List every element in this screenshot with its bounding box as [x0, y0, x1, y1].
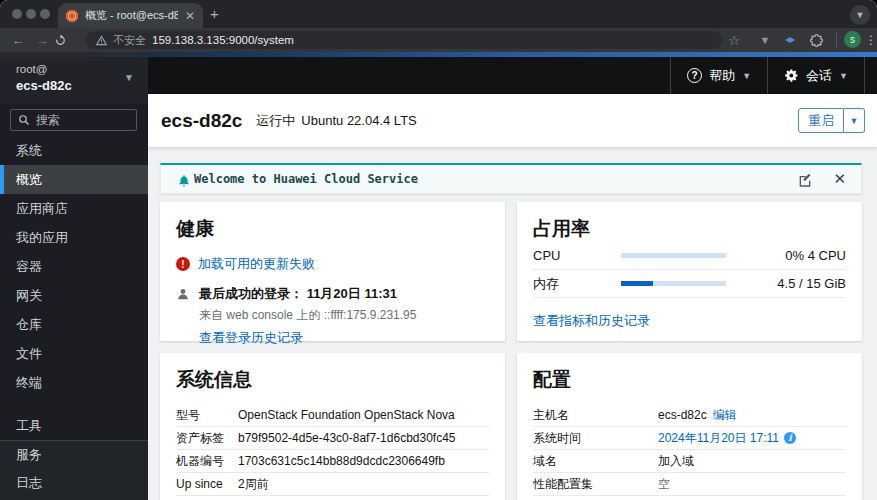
sidebar-item-terminal[interactable]: 终端 [0, 368, 148, 397]
system-time-label: 系统时间 [533, 430, 658, 447]
browser-tab[interactable]: 概览 - root@ecs-d82c ✕ [58, 3, 203, 28]
hostname-label: 主机名 [533, 407, 658, 424]
memory-value: 4.5 / 15 GiB [726, 276, 846, 291]
performance-profile-label: 性能配置集 [533, 476, 658, 493]
error-icon: ! [176, 257, 190, 271]
tab-close-icon[interactable]: ✕ [185, 10, 195, 22]
reboot-dropdown-toggle[interactable]: ▼ [844, 108, 865, 133]
table-row: 主机名 ecs-d82c 编辑 [533, 404, 846, 427]
last-login-time: 11月20日 11:31 [307, 286, 397, 301]
window-minimize-button[interactable] [26, 9, 36, 19]
reboot-split-button: 重启 ▼ [798, 108, 865, 133]
sidebar-item-system[interactable]: 系统 [0, 136, 148, 165]
domain-label: 域名 [533, 453, 658, 470]
sidebar-item-services[interactable]: 服务 [0, 441, 148, 469]
search-icon [18, 114, 30, 126]
sidebar-search-input[interactable]: 搜索 [10, 109, 137, 131]
host-switcher-host: ecs-d82c [16, 78, 72, 93]
metrics-history-link[interactable]: 查看指标和历史记录 [533, 313, 650, 328]
page-header: ecs-d82c 运行中 Ubuntu 22.04.4 LTS 重启 ▼ [148, 94, 877, 147]
forward-icon[interactable]: → [30, 33, 54, 48]
sidebar-search-placeholder: 搜索 [36, 112, 60, 129]
cpu-label: CPU [533, 248, 621, 263]
window-close-button[interactable] [12, 9, 22, 19]
session-menu[interactable]: 会话 ▼ [768, 57, 864, 94]
sidebar-nav: 系统 概览 应用商店 我的应用 容器 网关 仓库 文件 终端 工具 服务 日志 [0, 136, 148, 500]
sidebar-item-overview[interactable]: 概览 [0, 165, 148, 194]
close-banner-icon[interactable]: ✕ [833, 170, 846, 188]
browser-window: 概览 - root@ecs-d82c ✕ + ▼ ← → 不安全 159.138… [0, 0, 877, 500]
system-time-link[interactable]: 2024年11月20日 17:11 [658, 430, 779, 447]
cpu-value: 0% 4 CPU [726, 248, 846, 263]
chevron-down-icon: ▼ [742, 71, 751, 81]
host-os: Ubuntu 22.04.4 LTS [301, 113, 416, 128]
table-row: 性能配置集 空 [533, 473, 846, 496]
usage-card: 占用率 CPU 0% 4 CPU 内存 4.5 / 15 GiB 查看指标和历史… [517, 202, 862, 341]
login-history-link[interactable]: 查看登录历史记录 [199, 330, 303, 345]
table-row: 机器编号 1703c631c5c14bb88d9dcdc2306649fb [176, 450, 489, 473]
config-card-title: 配置 [517, 353, 862, 393]
motd-banner: Welcome to Huawei Cloud Service ✕ [160, 163, 862, 194]
page-title: ecs-d82c [161, 110, 242, 132]
help-menu[interactable]: ? 帮助 ▼ [671, 57, 767, 94]
edit-hostname-link[interactable]: 编辑 [713, 407, 737, 424]
url-text: 159.138.3.135:9000/system [152, 34, 294, 46]
health-card-title: 健康 [160, 202, 505, 242]
sidebar-item-gateway[interactable]: 网关 [0, 281, 148, 310]
sidebar-item-my-apps[interactable]: 我的应用 [0, 223, 148, 252]
profile-avatar[interactable]: s [844, 31, 861, 48]
sidebar-item-repository[interactable]: 仓库 [0, 310, 148, 339]
health-card: 健康 ! 加载可用的更新失败 最后成功的登录： 11月20日 11:31 来自 … [160, 202, 505, 341]
join-domain-button[interactable]: 加入域 [658, 453, 694, 470]
tab-search-button[interactable]: ▼ [850, 5, 870, 25]
motd-message: Welcome to Huawei Cloud Service [194, 172, 418, 186]
last-login-from: 来自 web console 上的 ::ffff:175.9.231.95 [199, 307, 416, 324]
sidebar-item-app-store[interactable]: 应用商店 [0, 194, 148, 223]
info-icon[interactable]: i [784, 432, 796, 444]
sidebar-item-files[interactable]: 文件 [0, 339, 148, 368]
new-tab-button[interactable]: + [210, 5, 219, 22]
tab-strip: 概览 - root@ecs-d82c ✕ + ▼ [0, 0, 877, 28]
host-switcher[interactable]: root@ ecs-d82c ▼ [0, 57, 148, 104]
sidebar-item-logs[interactable]: 日志 [0, 469, 148, 497]
model-value: OpenStack Foundation OpenStack Nova [238, 408, 455, 422]
edit-motd-icon[interactable] [797, 172, 813, 188]
hostname-value: ecs-d82c [658, 408, 707, 422]
updates-error-link[interactable]: 加载可用的更新失败 [198, 255, 315, 273]
url-bar[interactable]: 不安全 159.138.3.135:9000/system [86, 31, 722, 49]
reload-icon[interactable] [54, 34, 78, 47]
memory-label: 内存 [533, 275, 621, 293]
last-login-label: 最后成功的登录： [199, 286, 303, 301]
sidebar-item-tools[interactable]: 工具 [0, 412, 148, 440]
help-icon: ? [687, 68, 702, 83]
extensions-puzzle-icon[interactable] [808, 28, 824, 52]
bookmark-star-icon[interactable]: ☆ [726, 28, 742, 52]
sidebar-item-containers[interactable]: 容器 [0, 252, 148, 281]
host-state: 运行中 [256, 112, 295, 130]
tab-favicon [66, 10, 78, 22]
system-info-title: 系统信息 [160, 353, 505, 393]
session-label: 会话 [806, 67, 832, 85]
security-label[interactable]: 不安全 [113, 33, 146, 48]
back-icon[interactable]: ← [6, 33, 30, 48]
masthead: ? 帮助 ▼ 会话 ▼ [148, 57, 877, 94]
table-row: 资产标签 b79f9502-4d5e-43c0-8af7-1d6cbd30fc4… [176, 427, 489, 450]
table-row: 型号 OpenStack Foundation OpenStack Nova [176, 404, 489, 427]
table-row: 系统时间 2024年11月20日 17:11 i [533, 427, 846, 450]
reboot-button[interactable]: 重启 [798, 108, 844, 133]
tab-title: 概览 - root@ecs-d82c [85, 8, 178, 23]
chevron-down-icon[interactable]: ▼ [124, 72, 134, 83]
browser-menu-icon[interactable]: ⋮ [865, 28, 877, 52]
up-since-label: Up since [176, 477, 238, 491]
page-content: Welcome to Huawei Cloud Service ✕ 健康 ! 加… [148, 147, 877, 500]
window-zoom-button[interactable] [40, 9, 50, 19]
table-row: Up since 2周前 [176, 473, 489, 496]
extension-v-icon[interactable]: ▼ [757, 28, 773, 52]
warning-icon [96, 35, 107, 46]
cpu-usage-row: CPU 0% 4 CPU [533, 242, 846, 270]
table-row: 域名 加入域 [533, 450, 846, 473]
host-switcher-user: root@ [16, 63, 48, 75]
sidebar-bottom-section: 服务 日志 [0, 441, 148, 500]
asset-tag-value: b79f9502-4d5e-43c0-8af7-1d6cbd30fc45 [238, 431, 456, 445]
extension-blue-icon[interactable] [782, 28, 798, 52]
